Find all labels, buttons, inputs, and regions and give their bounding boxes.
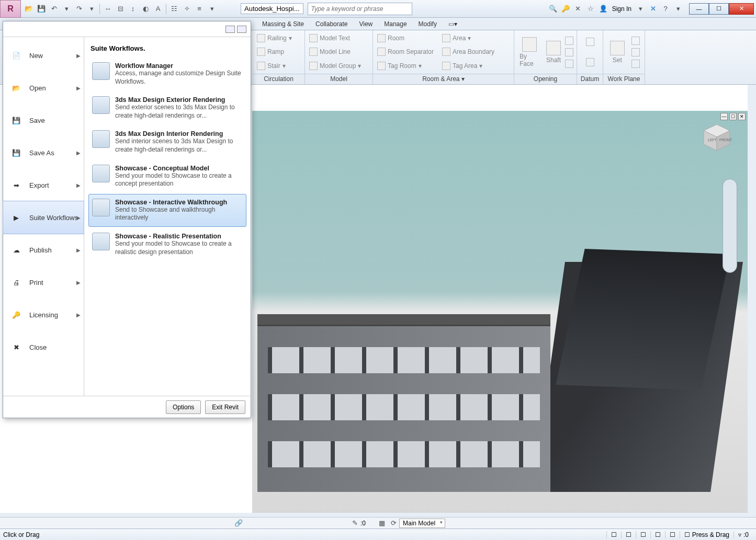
wall-opening-icon[interactable] (565, 37, 573, 45)
select-face-icon[interactable]: ☐ (650, 531, 665, 538)
menu-item-export[interactable]: ➡Export▶ (3, 169, 84, 201)
ref-plane-icon[interactable] (631, 48, 640, 56)
select-links-icon[interactable]: ☐ (606, 531, 621, 538)
tag-icon[interactable]: ◐ (140, 3, 151, 15)
select-pinned-icon[interactable]: ☐ (636, 531, 650, 538)
viewer-icon[interactable] (631, 60, 640, 68)
stair-button[interactable]: Stair ▾ (256, 61, 301, 71)
model-group-button[interactable]: Model Group ▾ (308, 61, 369, 71)
dormer-opening-icon[interactable] (565, 60, 573, 68)
model-text-button[interactable]: Model Text (308, 33, 369, 43)
dim-icon[interactable]: ↕ (127, 3, 139, 15)
tag-area-button[interactable]: Tag Area ▾ (441, 61, 483, 71)
worksets-icon[interactable]: 🔗 (233, 518, 244, 529)
by-face-button[interactable]: By Face (517, 35, 542, 70)
press-drag-toggle[interactable]: ☐ Press & Drag (680, 531, 734, 538)
menu-item-save-as[interactable]: 💾Save As▶ (3, 136, 84, 169)
viewcube[interactable]: LEFT FRONT (701, 121, 733, 154)
set-button[interactable]: Set (608, 39, 627, 66)
help-icon[interactable]: ? (660, 3, 671, 15)
binoculars-icon[interactable]: 🔍 (547, 3, 559, 15)
undo-icon[interactable]: ↶ (48, 3, 60, 15)
exchange-apps-icon[interactable]: ✕ (647, 3, 659, 15)
key-icon[interactable]: 🔑 (560, 3, 571, 15)
submenu-item[interactable]: Workflow ManagerAccess, manage and custo… (88, 58, 246, 90)
redo-icon[interactable]: ↷ (73, 3, 85, 15)
menu-item-close[interactable]: ✖Close (3, 331, 84, 363)
section-icon[interactable]: ✧ (181, 3, 193, 15)
window-row (268, 347, 540, 373)
measure-icon[interactable]: ↔ (102, 3, 114, 15)
view-icon[interactable]: ☷ (168, 3, 180, 15)
submenu-item[interactable]: 3ds Max Design Exterior RenderingSend ex… (88, 91, 246, 124)
dropdown-icon[interactable]: ▾ (61, 3, 72, 15)
3d-view[interactable]: — ☐ ✕ (252, 111, 748, 513)
recent-small-icon[interactable] (225, 26, 235, 33)
search-input[interactable] (308, 3, 412, 15)
area-boundary-button[interactable]: Area Boundary (441, 47, 495, 56)
tag-room-button[interactable]: Tag Room ▾ (376, 61, 439, 71)
grid-icon[interactable] (586, 58, 594, 66)
ribbon-expand-icon[interactable]: ▭▾ (443, 18, 463, 30)
align-icon[interactable]: ⊟ (115, 3, 126, 15)
menu-item-print[interactable]: 🖨Print▶ (3, 266, 84, 298)
select-underlay-icon[interactable]: ☐ (621, 531, 636, 538)
panel-label[interactable]: Room & Area ▾ (373, 74, 514, 84)
recent-large-icon[interactable] (237, 26, 246, 33)
filter-icon[interactable]: ▿:0 (734, 531, 753, 538)
ramp-button[interactable]: Ramp (256, 47, 301, 56)
user-icon[interactable]: 👤 (597, 3, 609, 15)
submenu-item[interactable]: Showcase - Conceptual ModelSend your mod… (88, 160, 246, 193)
submenu-item[interactable]: Showcase - Interactive WalkthroughSend t… (88, 194, 246, 227)
text-icon[interactable]: A (152, 3, 164, 15)
railing-button[interactable]: Railing ▾ (256, 33, 301, 43)
room-button[interactable]: Room (376, 33, 439, 43)
tab-modify[interactable]: Modify (413, 18, 443, 30)
close-view-icon[interactable]: ✕ (738, 113, 746, 120)
tab-view[interactable]: View (353, 18, 378, 30)
exit-revit-button[interactable]: Exit Revit (205, 400, 245, 414)
design-options-icon[interactable]: ✎ (349, 518, 360, 529)
tab-collaborate[interactable]: Collaborate (310, 18, 353, 30)
submenu-item[interactable]: Showcase - Realistic PresentationSend yo… (88, 228, 246, 261)
navigation-bar[interactable] (723, 179, 737, 273)
close-button[interactable]: ✕ (729, 3, 754, 15)
vertical-opening-icon[interactable] (565, 48, 573, 56)
sign-in-button[interactable]: Sign In (610, 5, 634, 13)
model-line-button[interactable]: Model Line (308, 47, 369, 56)
menu-item-suite-workflows[interactable]: ▶Suite Workflows▶ (3, 201, 84, 234)
main-model-select[interactable]: Main Model (399, 519, 445, 528)
shaft-button[interactable]: Shaft (544, 39, 563, 66)
menu-item-publish[interactable]: ☁Publish▶ (3, 234, 84, 266)
show-icon[interactable] (631, 37, 640, 45)
area-button[interactable]: Area ▾ (441, 33, 472, 43)
dropdown-icon[interactable]: ▾ (635, 3, 646, 15)
exchange-icon[interactable]: ✕ (572, 3, 584, 15)
window-controls: — ☐ ✕ (689, 3, 754, 15)
maximize-button[interactable]: ☐ (709, 3, 729, 15)
options-button[interactable]: Options (166, 400, 201, 414)
menu-item-new[interactable]: 📄New▶ (3, 39, 84, 72)
room-separator-button[interactable]: Room Separator (376, 47, 439, 56)
editable-only-icon[interactable]: ▦ (376, 518, 388, 529)
drag-icon[interactable]: ☐ (665, 531, 680, 538)
sync-icon[interactable]: ⟳ (388, 518, 399, 529)
more-icon[interactable]: ▾ (206, 3, 218, 15)
minimize-button[interactable]: — (689, 3, 709, 15)
dropdown-icon[interactable]: ▾ (672, 3, 684, 15)
menu-item-open[interactable]: 📂Open▶ (3, 72, 84, 104)
submenu-item[interactable]: 3ds Max Design Interior RenderingSend in… (88, 125, 246, 158)
menu-item-licensing[interactable]: 🔑Licensing▶ (3, 298, 84, 331)
minimize-view-icon[interactable]: — (720, 113, 728, 120)
maximize-view-icon[interactable]: ☐ (729, 113, 737, 120)
favorite-icon[interactable]: ☆ (585, 3, 596, 15)
open-icon[interactable]: 📂 (23, 3, 35, 15)
menu-item-save[interactable]: 💾Save (3, 104, 84, 136)
tab-manage[interactable]: Manage (378, 18, 412, 30)
dropdown-icon[interactable]: ▾ (86, 3, 97, 15)
save-icon[interactable]: 💾 (36, 3, 47, 15)
application-button[interactable]: R (0, 0, 21, 18)
list-icon[interactable]: ≡ (194, 3, 205, 15)
tab-massing-site[interactable]: Massing & Site (256, 18, 310, 30)
level-icon[interactable] (586, 38, 594, 46)
